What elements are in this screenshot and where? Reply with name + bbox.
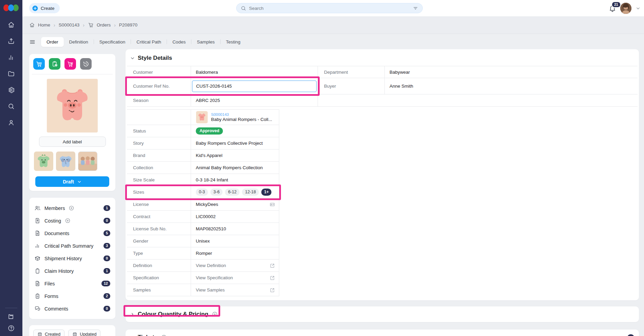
external-link-icon[interactable] [269, 275, 275, 281]
style-details-header[interactable]: Style Details [127, 53, 638, 66]
size-overflow-pill[interactable]: 1+ [261, 189, 271, 196]
upload-nav-icon[interactable] [7, 37, 15, 45]
tab-codes[interactable]: Codes [167, 37, 191, 47]
menu-hamburger-icon[interactable] [29, 39, 36, 45]
sidebar-item-forms[interactable]: Forms 2 [34, 290, 110, 302]
empty-cell [318, 94, 638, 106]
global-search[interactable] [236, 3, 423, 13]
field-value-customer: Baldomera [191, 66, 318, 78]
sidebar-item-comments[interactable]: Comments 0 [34, 302, 110, 315]
add-label-button[interactable]: Add label [39, 137, 106, 147]
license-card-icon[interactable] [269, 201, 275, 207]
sidebar-item-documents[interactable]: Documents 5 [34, 227, 110, 240]
created-date-button[interactable]: Created [33, 330, 64, 336]
external-link-icon[interactable] [269, 263, 275, 268]
home-breadcrumb-icon[interactable] [29, 22, 35, 28]
linked-style-code[interactable]: S0000143 [211, 112, 272, 117]
annotation-highlight-sizes: Sizes 0-3 3-6 6-12 12-18 1+ [127, 186, 279, 198]
create-button[interactable]: Create [29, 3, 60, 13]
sidebar-item-members[interactable]: Members 1 [34, 202, 110, 214]
tab-testing[interactable]: Testing [221, 37, 246, 47]
breadcrumb-style-code[interactable]: S0000143 [59, 22, 80, 28]
home-nav-icon[interactable] [7, 21, 15, 29]
tab-critical-path[interactable]: Critical Path [131, 37, 167, 47]
tab-order[interactable]: Order [41, 37, 64, 47]
count-badge: 12 [101, 281, 110, 286]
cart-breadcrumb-icon [88, 22, 94, 28]
breadcrumb-orders[interactable]: Orders [97, 22, 111, 28]
app-logo[interactable] [3, 4, 19, 12]
view-samples-link[interactable]: View Samples [196, 287, 225, 293]
tickets-header[interactable]: Tickets [130, 334, 167, 336]
style-thumbnail-babies[interactable] [78, 152, 97, 171]
add-label-text: Add label [63, 139, 82, 144]
pig-romper-image [47, 79, 98, 132]
history-button[interactable] [80, 58, 92, 70]
settings-gear-icon[interactable] [7, 86, 15, 94]
view-specification-link[interactable]: View Specification [196, 275, 233, 280]
style-details-card: Style Details Customer Baldomera Departm… [126, 49, 639, 300]
sidebar-item-label: Files [44, 281, 55, 286]
add-costing-icon[interactable] [65, 218, 71, 224]
colour-quantity-pricing-header[interactable]: Colour Quantity & Pricing [130, 311, 218, 318]
breadcrumb-separator: › [82, 22, 85, 28]
remove-from-order-button[interactable] [64, 58, 76, 70]
breadcrumb-home[interactable]: Home [38, 22, 50, 28]
add-member-icon[interactable] [69, 205, 74, 211]
user-avatar[interactable] [620, 3, 631, 14]
add-task-button[interactable] [49, 58, 60, 70]
field-value-license: MickyDees [196, 202, 218, 207]
add-ticket-icon[interactable] [161, 334, 167, 336]
product-card: Add label [29, 54, 115, 191]
search-input[interactable] [249, 6, 413, 11]
style-thumbnail-elephant[interactable] [56, 152, 75, 171]
status-dropdown-button[interactable]: Draft [35, 176, 109, 187]
breadcrumb-order-code[interactable]: P208970 [119, 22, 137, 28]
created-label: Created [45, 332, 60, 336]
view-definition-link[interactable]: View Definition [196, 263, 226, 268]
field-label: Customer Ref No. [127, 78, 191, 94]
search-nav-icon[interactable] [7, 103, 15, 110]
sidebar-item-critical-path-summary[interactable]: Critical Path Summary 3 [34, 240, 110, 252]
tab-specification[interactable]: Specification [94, 37, 131, 47]
card-divider [32, 74, 113, 74]
calendar-icon [37, 332, 42, 336]
factory-icon[interactable] [7, 313, 15, 320]
size-pill: 0-3 [196, 189, 208, 196]
elephant-romper-thumb [56, 152, 75, 171]
updated-date-button[interactable]: Updated [68, 330, 100, 336]
sidebar-item-label: Critical Path Summary [44, 243, 93, 249]
updated-label: Updated [80, 332, 96, 336]
field-label: Season [127, 94, 191, 106]
field-label: Gender [127, 235, 191, 247]
product-main-image[interactable] [47, 79, 98, 132]
sidebar-item-costing[interactable]: Costing 0 [34, 214, 110, 227]
profile-nav-icon[interactable] [7, 119, 15, 126]
style-thumbnail-dino[interactable] [34, 152, 53, 171]
breadcrumb: Home › S0000143 › Orders › P208970 [22, 16, 644, 34]
sidebar-item-files[interactable]: Files 12 [34, 277, 110, 290]
tab-definition[interactable]: Definition [64, 37, 94, 47]
field-value-contract: LIC00002 [191, 211, 279, 223]
linked-style-chip[interactable]: S0000143 Baby Animal Rompers - Coll... [196, 110, 272, 125]
help-icon[interactable] [7, 324, 15, 332]
user-menu-chevron-icon[interactable] [636, 6, 641, 11]
customer-ref-input[interactable] [192, 81, 317, 92]
tab-samples[interactable]: Samples [191, 37, 220, 47]
sidebar-item-shipment-history[interactable]: Shipment History 0 [34, 252, 110, 265]
folder-nav-icon[interactable] [7, 70, 15, 77]
sidebar-item-label: Members [44, 206, 65, 211]
add-to-order-button[interactable] [33, 58, 45, 70]
section-title: Tickets [138, 334, 157, 336]
filter-icon[interactable] [413, 5, 418, 11]
notifications-button[interactable]: 21 [609, 4, 616, 12]
add-colour-icon[interactable] [212, 311, 218, 317]
field-label: Type [127, 247, 191, 259]
field-label: Samples [127, 284, 191, 296]
analytics-nav-icon[interactable] [7, 54, 15, 61]
external-link-icon[interactable] [269, 287, 275, 293]
sidebar-item-claim-history[interactable]: Claim History 1 [34, 265, 110, 277]
left-nav-rail [0, 0, 22, 336]
size-pill: 12-18 [242, 189, 259, 196]
section-title: Style Details [138, 55, 172, 61]
